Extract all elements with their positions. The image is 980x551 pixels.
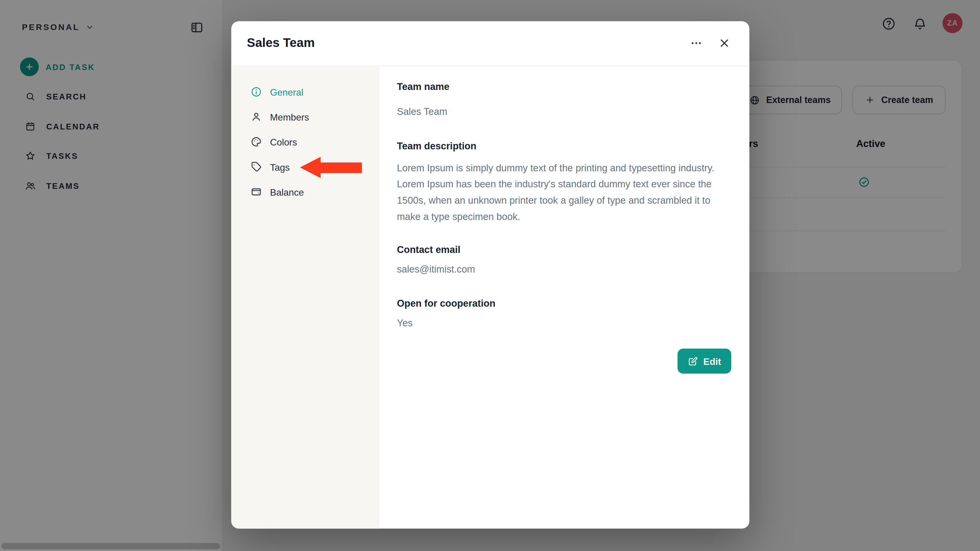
info-icon (251, 86, 262, 97)
field-value-team-name: Sales Team (397, 106, 447, 118)
field-value-team-description: Lorem Ipsum is simply dummy text of the … (397, 160, 724, 225)
field-label-team-description: Team description (397, 140, 476, 152)
arrow-head (300, 157, 320, 178)
tab-label: Members (270, 112, 309, 122)
modal-body: General Members Colors (231, 66, 749, 529)
tab-label: Tags (270, 162, 290, 172)
person-icon (251, 111, 262, 122)
field-label-team-name: Team name (397, 81, 449, 92)
tab-colors[interactable]: Colors (231, 129, 380, 154)
field-value-open-for-cooperation: Yes (397, 317, 412, 329)
field-value-contact-email: sales@itimist.com (397, 263, 475, 275)
modal-tabs-panel: General Members Colors (231, 66, 380, 529)
modal-title: Sales Team (247, 36, 315, 50)
tab-balance[interactable]: Balance (231, 179, 380, 204)
annotation-arrow (300, 157, 362, 179)
tab-members[interactable]: Members (231, 104, 380, 129)
edit-button[interactable]: Edit (678, 349, 731, 373)
palette-icon (251, 136, 262, 148)
close-icon[interactable] (718, 37, 730, 49)
tab-label: Colors (270, 137, 297, 147)
app-window: PERSONAL ADD TASK SEARCH CALENDAR (0, 0, 980, 551)
modal-header: Sales Team (231, 21, 749, 67)
team-details-modal: Sales Team General (231, 21, 749, 529)
tab-general[interactable]: General (231, 79, 380, 104)
field-label-open-for-cooperation: Open for cooperation (397, 297, 495, 310)
tab-label: General (270, 86, 303, 97)
more-options-button[interactable] (690, 37, 702, 49)
button-label: Edit (703, 356, 721, 367)
edit-pencil-icon (688, 356, 698, 367)
tag-icon (251, 161, 262, 173)
wallet-icon (251, 186, 262, 197)
tab-label: Balance (270, 186, 304, 197)
field-label-contact-email: Contact email (397, 244, 460, 256)
arrow-shaft (319, 162, 362, 173)
